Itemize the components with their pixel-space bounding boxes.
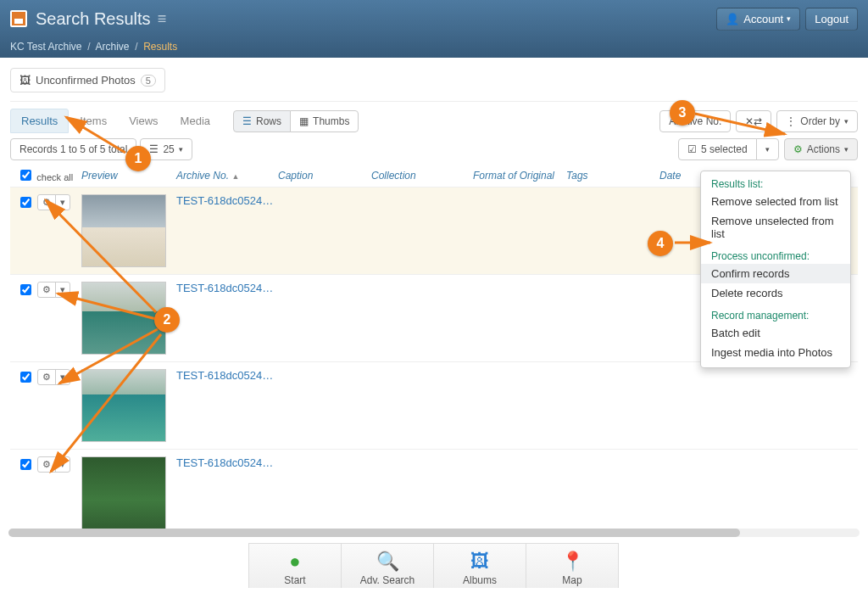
shuffle-icon: ✕⇄ [745,115,762,127]
bottom-nav-albums-label: Albums [434,574,526,586]
col-collection[interactable]: Collection [371,170,473,182]
breadcrumb-current: Results [143,41,177,53]
filter-tab-unconfirmed[interactable]: 🖼 Unconfirmed Photos 5 [10,68,165,92]
chevron-down-icon: ▾ [55,457,70,472]
col-checkall[interactable]: check all [17,167,81,183]
chevron-down-icon: ▾ [179,145,183,154]
app-logo-icon [10,10,27,27]
menu-header-results-list: Results list: [701,176,850,192]
menu-ingest-media[interactable]: Ingest media into Photos [701,343,850,362]
bottom-nav-albums[interactable]: 🖼 Albums [433,543,526,588]
menu-header-record-mgmt: Record management: [701,308,850,323]
selection-group: ☑ 5 selected ▾ [678,138,779,160]
col-format[interactable]: Format of Original [473,170,566,182]
page-title: Search Results [36,9,151,29]
menu-confirm-records[interactable]: Confirm records [701,264,850,283]
logout-button[interactable]: Logout [805,8,858,31]
view-mode-group: ☰ Rows ▦ Thumbs [233,110,359,132]
chevron-down-icon: ▾ [55,195,70,210]
bottom-nav-adv-search[interactable]: 🔍 Adv. Search [341,543,434,588]
view-thumbs-label: Thumbs [313,115,349,127]
section-tabs: Results Items Views Media [10,109,221,133]
top-bar: Search Results ≡ 👤 Account ▾ Logout [0,0,868,37]
selection-count-label: 5 selected [701,143,748,155]
view-thumbs-button[interactable]: ▦ Thumbs [290,110,359,132]
bottom-nav-map[interactable]: 📍 Map [526,543,619,588]
menu-batch-edit[interactable]: Batch edit [701,323,850,343]
records-summary-label: Records 1 to 5 of 5 total [19,143,127,155]
row-checkbox[interactable] [20,459,31,470]
account-button[interactable]: 👤 Account ▾ [716,8,800,31]
tab-results[interactable]: Results [10,109,69,133]
logout-label: Logout [815,13,849,25]
table-row[interactable]: ⚙ ▾ TEST-618dc0524… [10,449,858,536]
table-row[interactable]: ⚙ ▾ TEST-618dc0524… [10,361,858,449]
gear-icon: ⚙ [793,143,803,155]
actions-label: Actions [807,143,840,155]
chevron-down-icon: ▾ [844,117,849,126]
check-all-checkbox[interactable] [20,170,31,181]
check-icon: ☑ [687,143,697,155]
menu-icon[interactable]: ≡ [158,10,167,28]
menu-header-process: Process unconfirmed: [701,249,850,264]
row-thumbnail[interactable] [81,369,166,442]
image-icon: 🖼 [19,74,31,87]
row-actions-button[interactable]: ⚙ ▾ [37,282,70,298]
col-archive-label: Archive No. [176,170,229,182]
row-actions-button[interactable]: ⚙ ▾ [37,456,70,473]
col-caption[interactable]: Caption [278,170,371,182]
row-checkbox[interactable] [20,284,31,295]
content-area: 🖼 Unconfirmed Photos 5 Results Items Vie… [0,58,868,546]
list-icon: ☰ [149,143,159,155]
row-archive-link[interactable]: TEST-618dc0524… [176,282,273,294]
col-tags[interactable]: Tags [566,170,659,182]
breadcrumb-archive[interactable]: Archive [96,41,130,53]
row-archive-link[interactable]: TEST-618dc0524… [176,369,273,382]
tab-views[interactable]: Views [118,109,169,133]
rows-icon: ☰ [242,115,252,127]
row-thumbnail[interactable] [81,456,166,529]
row-archive-link[interactable]: TEST-618dc0524… [176,194,273,207]
row-thumbnail[interactable] [81,194,166,267]
tab-media[interactable]: Media [170,109,221,133]
col-archive[interactable]: Archive No. ▲ [176,170,278,182]
bottom-nav-adv-label: Adv. Search [342,574,433,586]
horizontal-scrollbar[interactable] [8,529,860,537]
menu-remove-unselected[interactable]: Remove unselected from list [701,211,850,243]
breadcrumb: KC Test Archive / Archive / Results [0,37,868,58]
albums-icon: 🖼 [434,549,526,574]
row-actions-button[interactable]: ⚙ ▾ [37,194,70,210]
selection-count-button[interactable]: ☑ 5 selected [678,138,757,160]
row-archive-link[interactable]: TEST-618dc0524… [176,456,273,469]
chevron-down-icon: ▾ [765,145,770,154]
pin-icon: 📍 [526,549,618,574]
records-summary[interactable]: Records 1 to 5 of 5 total [10,138,136,160]
order-by-button[interactable]: ⋮ Order by ▾ [776,110,858,132]
row-checkbox[interactable] [20,372,31,383]
row-actions-button[interactable]: ⚙ ▾ [37,369,70,385]
menu-remove-selected[interactable]: Remove selected from list [701,192,850,211]
view-rows-button[interactable]: ☰ Rows [233,110,291,132]
tab-items[interactable]: Items [69,109,118,133]
row-checkbox[interactable] [20,197,31,208]
menu-delete-records[interactable]: Delete records [701,283,850,303]
annotation-badge-2: 2 [154,307,180,333]
shuffle-button[interactable]: ✕⇄ [736,110,771,132]
selection-dropdown-button[interactable]: ▾ [756,138,779,160]
chevron-down-icon: ▾ [55,283,70,297]
sort-asc-icon: ▲ [231,172,239,181]
filter-tab-count: 5 [141,75,156,87]
bottom-nav-map-label: Map [526,574,618,586]
breadcrumb-archive-root[interactable]: KC Test Archive [10,41,81,53]
chevron-down-icon: ▾ [787,14,791,23]
check-all-label: check all [36,172,73,182]
row-thumbnail[interactable] [81,282,166,355]
gear-icon: ⚙ [38,457,55,472]
chevron-down-icon: ▾ [55,370,70,384]
col-preview[interactable]: Preview [81,170,176,182]
grid-icon: ▦ [299,115,309,127]
bottom-nav-start[interactable]: ● Start [248,543,342,588]
order-by-label: Order by [800,115,840,127]
actions-button[interactable]: ⚙ Actions ▾ [784,138,858,160]
annotation-badge-3: 3 [670,100,695,126]
